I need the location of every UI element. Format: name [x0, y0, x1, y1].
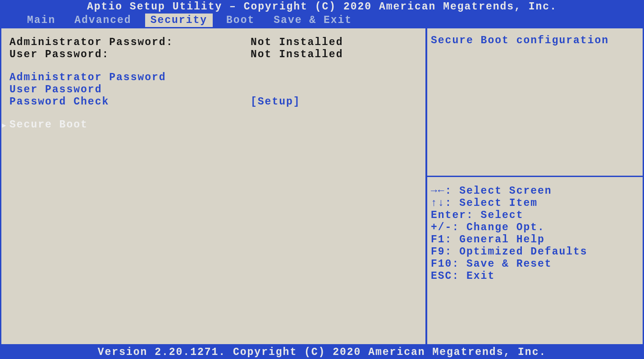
title-text: Aptio Setup Utility – Copyright (C) 2020… — [87, 1, 557, 13]
key-hint-select-item: ↑↓: Select Item — [431, 197, 639, 209]
password-check-menu-row[interactable]: Password Check [Setup] — [9, 96, 425, 108]
key-hint-select: Enter: Select — [431, 209, 639, 221]
key-hint-optimized-defaults: F9: Optimized Defaults — [431, 246, 639, 258]
side-panel: Secure Boot configuration →←: Select Scr… — [427, 28, 643, 344]
tab-bar: Main Advanced Security Boot Save & Exit — [0, 14, 644, 27]
key-hint-change-opt: +/-: Change Opt. — [431, 222, 639, 233]
admin-password-menu-label: Administrator Password — [9, 72, 251, 83]
key-hints-area: →←: Select Screen ↑↓: Select Item Enter:… — [427, 177, 643, 344]
footer-bar: Version 2.20.1271. Copyright (C) 2020 Am… — [0, 345, 644, 359]
user-password-status-row: User Password: Not Installed — [9, 49, 425, 60]
main-content-area: Administrator Password: Not Installed Us… — [0, 27, 644, 345]
tab-boot[interactable]: Boot — [221, 14, 260, 27]
user-password-menu-label: User Password — [9, 84, 251, 95]
admin-password-menu-row[interactable]: Administrator Password — [9, 72, 425, 83]
password-check-menu-label: Password Check — [9, 96, 251, 108]
user-password-menu-row[interactable]: User Password — [9, 84, 425, 95]
user-password-status-value: Not Installed — [251, 49, 343, 60]
admin-password-status-value: Not Installed — [251, 36, 343, 48]
tab-security[interactable]: Security — [145, 14, 213, 27]
password-check-menu-value: [Setup] — [251, 96, 301, 108]
help-description-area: Secure Boot configuration — [427, 28, 643, 177]
user-password-status-label: User Password: — [9, 49, 251, 60]
settings-panel: Administrator Password: Not Installed Us… — [1, 28, 427, 344]
tab-main[interactable]: Main — [22, 14, 61, 27]
bios-setup-utility: Aptio Setup Utility – Copyright (C) 2020… — [0, 0, 644, 359]
tab-advanced[interactable]: Advanced — [69, 14, 137, 27]
secure-boot-menu-row[interactable]: ▸ Secure Boot — [0, 119, 425, 132]
tab-save-exit[interactable]: Save & Exit — [268, 14, 357, 27]
admin-password-status-row: Administrator Password: Not Installed — [9, 36, 425, 48]
selection-arrow-icon: ▸ — [0, 119, 9, 132]
key-hint-save-reset: F10: Save & Reset — [431, 258, 639, 270]
admin-password-status-label: Administrator Password: — [9, 36, 251, 48]
help-text: Secure Boot configuration — [431, 35, 609, 46]
footer-text: Version 2.20.1271. Copyright (C) 2020 Am… — [98, 346, 547, 358]
secure-boot-menu-label: Secure Boot — [9, 119, 88, 132]
key-hint-select-screen: →←: Select Screen — [431, 185, 639, 197]
key-hint-exit: ESC: Exit — [431, 270, 639, 282]
title-bar: Aptio Setup Utility – Copyright (C) 2020… — [0, 0, 644, 14]
key-hint-general-help: F1: General Help — [431, 234, 639, 245]
